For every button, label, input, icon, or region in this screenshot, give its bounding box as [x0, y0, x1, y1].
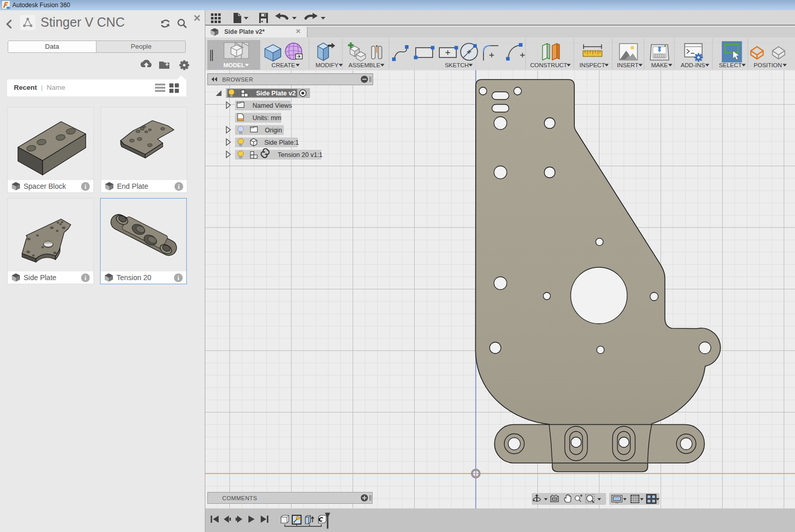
svg-text:CONSTRUCT: CONSTRUCT: [530, 62, 567, 68]
svg-text:CREATE: CREATE: [272, 62, 295, 68]
svg-text:POSITION: POSITION: [754, 62, 782, 68]
svg-text:Side Plate v2: Side Plate v2: [256, 90, 296, 97]
svg-text:MODIFY: MODIFY: [316, 62, 339, 68]
svg-text:Side Plate:1: Side Plate:1: [264, 139, 299, 146]
svg-text:Named Views: Named Views: [253, 102, 292, 109]
svg-text:ADD-INS: ADD-INS: [681, 62, 705, 68]
svg-text:ASSEMBLE: ASSEMBLE: [348, 62, 380, 68]
svg-text:Units: mm: Units: mm: [253, 114, 281, 122]
svg-text:SELECT: SELECT: [719, 62, 742, 68]
svg-text:Tension 20 v1:1: Tension 20 v1:1: [278, 151, 323, 159]
svg-text:INSPECT: INSPECT: [579, 62, 605, 68]
svg-text:MAKE: MAKE: [651, 62, 668, 68]
svg-text:INSERT: INSERT: [617, 62, 638, 68]
svg-text:SKETCH: SKETCH: [445, 62, 469, 68]
svg-text:Origin: Origin: [265, 127, 282, 134]
svg-text:MODEL: MODEL: [223, 62, 245, 68]
